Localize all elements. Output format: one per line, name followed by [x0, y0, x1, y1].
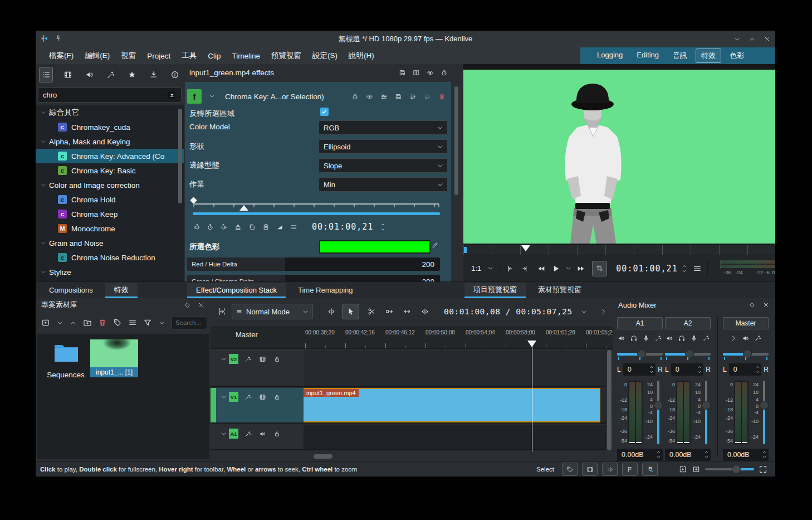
menu-item-1[interactable]: 編輯(E)	[79, 47, 115, 64]
maximize-button[interactable]	[749, 36, 756, 43]
lock-track-icon[interactable]	[272, 354, 282, 364]
menu-item-0[interactable]: 檔案(F)	[43, 47, 79, 64]
lock-track-icon[interactable]	[272, 429, 282, 439]
spin-down-icon[interactable]	[696, 370, 702, 375]
pan-spinbox[interactable]: 0	[729, 363, 762, 376]
volume-slider[interactable]	[723, 348, 769, 359]
compare-effect-icon[interactable]	[413, 69, 420, 76]
mixer-channel-button[interactable]: A2	[665, 317, 711, 329]
close-panel-icon[interactable]	[762, 302, 770, 309]
effects-category[interactable]: Stylize	[36, 265, 184, 279]
move-effect-up-icon[interactable]	[409, 93, 417, 100]
mute-icon[interactable]	[742, 334, 750, 342]
spin-down-icon[interactable]	[703, 455, 710, 460]
panel-tab-tab-0[interactable]: 項目預覽視窗	[464, 283, 526, 298]
delete-clip-icon[interactable]	[98, 318, 107, 327]
spin-up-icon[interactable]	[761, 450, 767, 455]
menu-item-7[interactable]: 預覽視窗	[266, 47, 307, 64]
track-target-badge[interactable]: A1	[229, 429, 238, 439]
record-icon[interactable]	[690, 334, 698, 342]
green-chroma-delta-slider[interactable]: Green / Chroma Delta 200	[187, 275, 440, 281]
effect-item[interactable]: cChroma Hold	[36, 192, 184, 207]
effect-item[interactable]: cChroma Key: Advanced (Co	[36, 149, 184, 163]
effect-stack-scrollbar[interactable]	[454, 86, 458, 195]
track-content-a1[interactable]	[304, 425, 606, 449]
spin-up-icon[interactable]	[703, 450, 710, 455]
effects-search-input[interactable]	[38, 91, 163, 99]
timeline-zoom-slider[interactable]	[705, 464, 754, 474]
collapse-track-icon[interactable]	[218, 392, 228, 402]
clip-item[interactable]: input1_... [1]	[90, 339, 138, 377]
effect-item[interactable]: cChromakey_cuda	[36, 120, 184, 134]
fit-zoom-icon[interactable]	[692, 465, 701, 474]
save-effect-stack-icon[interactable]	[399, 69, 406, 76]
zone-start-marker[interactable]	[464, 247, 467, 253]
effect-header-row[interactable]: f Chroma Key: A...or Selection)	[187, 89, 448, 104]
delete-effect-icon[interactable]	[438, 93, 446, 100]
preview-effect-icon[interactable]	[366, 93, 373, 100]
zone-out-icon[interactable]	[520, 264, 529, 273]
track-effects-icon[interactable]	[243, 354, 253, 364]
menu-item-5[interactable]: Clip	[202, 47, 226, 64]
folder-name[interactable]: Sequences	[37, 371, 95, 379]
track-content-v1[interactable]: input1_green.mp4	[304, 388, 613, 422]
red-hue-delta-slider[interactable]: Red / Hue Delta 200	[187, 257, 440, 271]
info-button[interactable]	[169, 67, 182, 82]
gain-spinbox[interactable]: 0.00dB	[665, 449, 711, 461]
monitor-seek-ruler[interactable]	[463, 245, 775, 255]
keyframes-icon[interactable]	[351, 93, 359, 100]
track-target-badge[interactable]: V2	[229, 354, 238, 364]
panel-tab-time-remapping[interactable]: Time Remapping	[289, 283, 362, 298]
spin-up-icon[interactable]	[648, 365, 654, 370]
key-color-swatch[interactable]	[319, 240, 431, 254]
mixer-channel-button[interactable]: Master	[723, 317, 769, 329]
effects-category[interactable]: Alpha, Mask and Keying	[36, 134, 184, 149]
param-dropdown-2[interactable]: Slope	[319, 158, 448, 173]
workspace-tab-4[interactable]: 色彩	[724, 48, 750, 63]
bin-view-icon[interactable]	[128, 318, 137, 327]
video-track-icon[interactable]	[257, 392, 267, 402]
spin-down-icon[interactable]	[754, 370, 760, 375]
lock-track-icon[interactable]	[272, 392, 282, 402]
audio-track-icon[interactable]	[257, 429, 267, 439]
presets-icon[interactable]	[380, 93, 388, 100]
keyframe-timecode[interactable]: 00:01:00,21	[312, 222, 373, 232]
bin-search-input[interactable]	[172, 317, 207, 329]
reset-stack-icon[interactable]	[441, 69, 448, 76]
param-dropdown-1[interactable]: Ellipsoid	[319, 139, 448, 154]
spin-down-icon[interactable]	[761, 455, 767, 460]
zone-in-icon[interactable]	[506, 264, 515, 273]
spin-up-icon[interactable]	[380, 222, 386, 227]
add-keyframe-icon[interactable]	[207, 223, 214, 231]
filter-menu-icon[interactable]	[158, 319, 165, 327]
interpolation-icon[interactable]	[276, 223, 283, 231]
timeline-playhead[interactable]	[527, 341, 536, 347]
collapse-track-icon[interactable]	[218, 429, 228, 439]
spin-up-icon[interactable]	[754, 365, 760, 370]
play-icon[interactable]	[551, 264, 560, 273]
menu-item-3[interactable]: Project	[141, 47, 176, 64]
paste-keyframes-icon[interactable]	[262, 223, 270, 231]
spin-down-icon[interactable]	[648, 370, 654, 375]
invert-selection-checkbox[interactable]	[320, 108, 329, 116]
download-effects-button[interactable]	[147, 67, 160, 82]
collapse-effect-icon[interactable]	[208, 93, 216, 100]
menu-item-4[interactable]: 工具	[176, 47, 202, 64]
play-options-icon[interactable]	[565, 265, 572, 272]
monitor-icon[interactable]	[678, 334, 686, 342]
pan-spinbox[interactable]: 0	[623, 363, 656, 376]
spin-up-icon[interactable]	[696, 365, 702, 370]
project-bin-header[interactable]: 專案素材庫	[36, 298, 211, 312]
audio-mixer-header[interactable]: Audio Mixer	[613, 298, 775, 312]
close-button[interactable]	[764, 36, 771, 43]
move-effect-down-icon[interactable]	[424, 93, 431, 100]
param-dropdown-3[interactable]: Min	[319, 177, 448, 192]
fast-forward-icon[interactable]	[576, 264, 585, 273]
volume-slider[interactable]	[665, 348, 711, 359]
copy-keyframes-icon[interactable]	[248, 223, 256, 231]
menu-item-9[interactable]: 說明(H)	[343, 47, 380, 64]
filter-icon[interactable]	[143, 318, 152, 327]
effect-item[interactable]: MMonochrome	[36, 221, 184, 236]
keyframe-zoom-bar[interactable]	[193, 212, 440, 215]
effects-icon[interactable]	[702, 334, 710, 342]
